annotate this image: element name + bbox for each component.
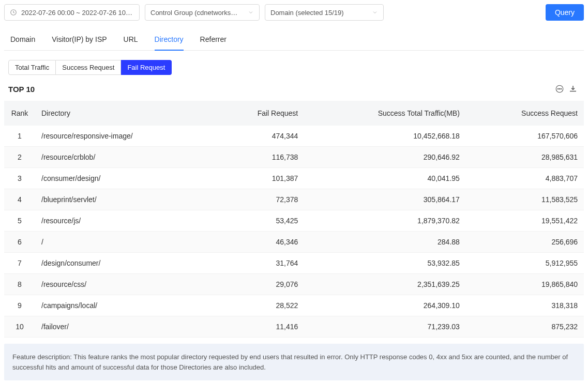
cell-traffic: 290,646.92 (304, 147, 466, 168)
subtab-total-traffic[interactable]: Total Traffic (8, 60, 56, 75)
cell-success: 167,570,606 (466, 126, 584, 147)
download-icon (568, 84, 578, 94)
table-row[interactable]: 1/resource/responsive-image/474,34410,45… (4, 126, 584, 147)
domain-selector-label: Domain (selected 15/19) (270, 9, 368, 17)
control-group-label: Control Group (cdnetworks… (150, 9, 244, 17)
cell-success: 28,985,631 (466, 147, 584, 168)
col-directory: Directory (35, 101, 213, 126)
cell-fail: 29,076 (213, 274, 304, 295)
cell-rank: 8 (4, 274, 35, 295)
cell-traffic: 10,452,668.18 (304, 126, 466, 147)
date-range-label: 2022-07-26 00:00 ~ 2022-07-26 10:28 (21, 9, 134, 17)
table-row[interactable]: 2/resource/crblob/116,738290,646.9228,98… (4, 147, 584, 168)
cell-success: 5,912,955 (466, 253, 584, 274)
cell-fail: 31,764 (213, 253, 304, 274)
col-rank: Rank (4, 101, 35, 126)
download-button[interactable] (566, 82, 580, 96)
svg-point-3 (559, 88, 560, 89)
control-group-selector[interactable]: Control Group (cdnetworks… (145, 4, 260, 21)
cell-success: 318,318 (466, 295, 584, 316)
svg-point-4 (561, 88, 562, 89)
cell-traffic: 53,932.85 (304, 253, 466, 274)
tab-visitor-ip-by-isp[interactable]: Visitor(IP) by ISP (52, 30, 107, 51)
clock-icon (10, 9, 17, 16)
cell-directory: /campaigns/local/ (35, 295, 213, 316)
section-title: TOP 10 (8, 85, 35, 94)
cell-traffic: 2,351,639.25 (304, 274, 466, 295)
cell-rank: 6 (4, 232, 35, 253)
cell-directory: /resource/responsive-image/ (35, 126, 213, 147)
tab-referrer[interactable]: Referrer (200, 30, 227, 51)
tab-domain[interactable]: Domain (10, 30, 35, 51)
col-fail-request: Fail Request (213, 101, 304, 126)
table-row[interactable]: 3/consumer/design/101,38740,041.954,883,… (4, 168, 584, 189)
table-row[interactable]: 5/resource/js/53,4251,879,370.8219,551,4… (4, 210, 584, 232)
main-tabs: DomainVisitor(IP) by ISPURLDirectoryRefe… (4, 30, 584, 51)
cell-rank: 7 (4, 253, 35, 274)
cell-directory: /resource/css/ (35, 274, 213, 295)
cell-traffic: 284.88 (304, 232, 466, 253)
cell-traffic: 305,864.17 (304, 189, 466, 210)
cell-directory: /failover/ (35, 316, 213, 338)
cell-directory: /blueprint/servlet/ (35, 189, 213, 210)
table-row[interactable]: 8/resource/css/29,0762,351,639.2519,865,… (4, 274, 584, 295)
table-row[interactable]: 9/campaigns/local/28,522264,309.10318,31… (4, 295, 584, 316)
cell-fail: 46,346 (213, 232, 304, 253)
cell-rank: 10 (4, 316, 35, 338)
cell-success: 256,696 (466, 232, 584, 253)
cell-success: 19,865,840 (466, 274, 584, 295)
cell-fail: 72,378 (213, 189, 304, 210)
svg-point-2 (557, 88, 559, 89)
cell-traffic: 71,239.03 (304, 316, 466, 338)
cell-success: 11,583,525 (466, 189, 584, 210)
feature-description: Feature description: This feature ranks … (4, 344, 584, 380)
col-success-request: Success Request (466, 101, 584, 126)
cell-rank: 4 (4, 189, 35, 210)
cell-directory: /resource/js/ (35, 210, 213, 232)
cell-fail: 116,738 (213, 147, 304, 168)
subtabs: Total TrafficSuccess RequestFail Request (8, 60, 584, 75)
table-row[interactable]: 10/failover/11,41671,239.03875,232 (4, 316, 584, 338)
cell-traffic: 1,879,370.82 (304, 210, 466, 232)
cell-rank: 9 (4, 295, 35, 316)
date-range-selector[interactable]: 2022-07-26 00:00 ~ 2022-07-26 10:28 (4, 4, 140, 21)
cell-success: 4,883,707 (466, 168, 584, 189)
cell-directory: /resource/crblob/ (35, 147, 213, 168)
cell-rank: 5 (4, 210, 35, 232)
cell-fail: 474,344 (213, 126, 304, 147)
chevron-down-icon (372, 9, 378, 16)
cell-traffic: 40,041.95 (304, 168, 466, 189)
cell-traffic: 264,309.10 (304, 295, 466, 316)
cell-fail: 53,425 (213, 210, 304, 232)
data-table: Rank Directory Fail Request Success Tota… (4, 101, 584, 338)
table-row[interactable]: 7/design/consumer/31,76453,932.855,912,9… (4, 253, 584, 274)
cell-directory: /design/consumer/ (35, 253, 213, 274)
domain-selector[interactable]: Domain (selected 15/19) (265, 4, 384, 21)
tab-directory[interactable]: Directory (155, 30, 184, 51)
cell-rank: 2 (4, 147, 35, 168)
tab-url[interactable]: URL (124, 30, 138, 51)
cell-fail: 101,387 (213, 168, 304, 189)
table-row[interactable]: 4/blueprint/servlet/72,378305,864.1711,5… (4, 189, 584, 210)
cell-directory: / (35, 232, 213, 253)
cell-success: 875,232 (466, 316, 584, 338)
ellipsis-icon (555, 84, 564, 94)
subtab-fail-request[interactable]: Fail Request (121, 60, 172, 75)
col-success-traffic: Success Total Traffic(MB) (304, 101, 466, 126)
table-row[interactable]: 6/46,346284.88256,696 (4, 232, 584, 253)
more-options-button[interactable] (553, 82, 566, 96)
chevron-down-icon (248, 9, 254, 16)
cell-fail: 28,522 (213, 295, 304, 316)
query-button[interactable]: Query (546, 4, 584, 21)
cell-success: 19,551,422 (466, 210, 584, 232)
cell-directory: /consumer/design/ (35, 168, 213, 189)
subtab-success-request[interactable]: Success Request (56, 60, 121, 75)
cell-rank: 1 (4, 126, 35, 147)
cell-rank: 3 (4, 168, 35, 189)
cell-fail: 11,416 (213, 316, 304, 338)
